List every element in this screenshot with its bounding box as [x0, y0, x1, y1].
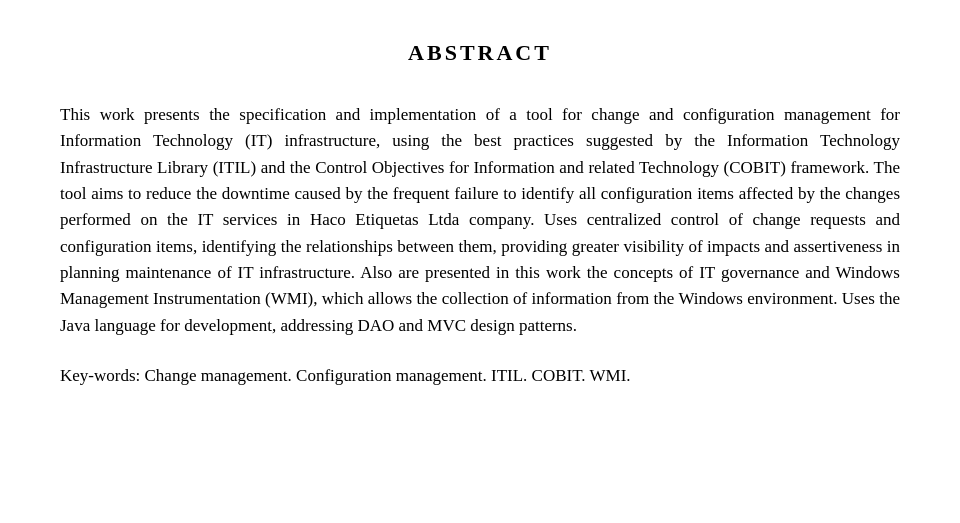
abstract-title: ABSTRACT: [60, 40, 900, 66]
page-container: ABSTRACT This work presents the specific…: [0, 0, 960, 523]
abstract-body: This work presents the specification and…: [60, 102, 900, 339]
keywords-line: Key-words: Change management. Configurat…: [60, 363, 900, 389]
